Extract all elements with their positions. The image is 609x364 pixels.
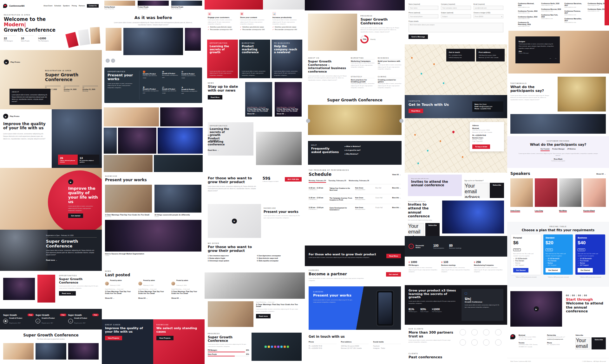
speaker-card[interactable]: Nik White bbox=[559, 178, 582, 213]
faq-item[interactable]: ▸ What is Mobirise? bbox=[345, 145, 398, 147]
ticket-item[interactable]: Super Growth Free ‹› Growth & Product Re… bbox=[68, 314, 99, 325]
offer-item[interactable]: 👁Growth & ProductRecusandae consequuntur… bbox=[162, 71, 180, 84]
post-title[interactable]: 3 Clear Warnings That Say Your Goals Are… bbox=[171, 291, 201, 294]
nav-pricing[interactable]: Pricing bbox=[72, 5, 77, 7]
subscribe-button[interactable]: Subscribe bbox=[425, 223, 440, 236]
read-more-link[interactable]: Read More → bbox=[208, 149, 219, 151]
conference-url[interactable]: www.mobirise.com bbox=[541, 10, 561, 12]
email-input[interactable]: Your email adress bbox=[408, 223, 424, 236]
more-info-link[interactable]: More Info → bbox=[392, 207, 401, 211]
promo-card-marketing[interactable]: MARKETING Product marketing conference L… bbox=[239, 40, 270, 78]
faq-item[interactable]: ▸ Is it good for me? bbox=[345, 149, 398, 151]
play-icon[interactable]: ▶ bbox=[68, 179, 73, 184]
email-line[interactable]: hello@company.com bbox=[449, 57, 472, 59]
show-all-link[interactable]: Show All → bbox=[277, 113, 300, 115]
email-field[interactable]: Email (required)your@email.com bbox=[474, 3, 503, 10]
offer-item[interactable]: ⟳Growth & ProductDoloribus quia distinct… bbox=[181, 71, 199, 84]
conference-item[interactable]: Conference Toronto, 2019www.mobirise.com bbox=[518, 10, 538, 14]
speaker-card[interactable]: Lucy Gray bbox=[535, 178, 557, 213]
news-card[interactable]: Digital Marketing — 6 min read 3 Clear W… bbox=[275, 82, 302, 117]
offer-item[interactable]: 🎁Growth & ProductDoloribus quia distinct… bbox=[143, 71, 160, 84]
work-title[interactable]: 3 Clear Warnings That Say Your Goals Are… bbox=[105, 214, 152, 216]
post-title[interactable]: 3 Clear Warnings That Say Your Goals Are… bbox=[138, 291, 168, 294]
offer-item[interactable]: 🗎Growth & ProductRecusandae consequuntur… bbox=[143, 86, 160, 100]
email-input[interactable]: Your email adress bbox=[464, 183, 488, 198]
work-card[interactable]: 10 things successful people do different… bbox=[154, 185, 201, 217]
conference-item[interactable]: Conference Marseilles, 2017www.mobirise.… bbox=[565, 18, 585, 23]
more-info-link[interactable]: More Info → bbox=[392, 187, 401, 191]
view-projects-button[interactable]: View Projects bbox=[105, 336, 122, 340]
social-link[interactable]: Facebook bbox=[373, 345, 401, 347]
subject-field[interactable]: Subject (optional)Subject bbox=[441, 12, 471, 18]
news-card[interactable]: Digital Marketing — 6 min read 3 Clear W… bbox=[245, 82, 272, 117]
work-card[interactable]: 3 Clear Warnings That Say Your Goals Are… bbox=[105, 185, 152, 217]
nav-speakers[interactable]: Speakers bbox=[63, 5, 70, 7]
show-all-link[interactable]: Show All → bbox=[171, 297, 181, 299]
offer-item[interactable]: ➤Growth & ProductRecusandae consequuntur… bbox=[181, 86, 199, 100]
row-value[interactable]: alex@company.com bbox=[479, 106, 492, 107]
carousel-next-icon[interactable]: › bbox=[111, 59, 115, 63]
conference-url[interactable]: www.mobirise.com bbox=[541, 4, 561, 6]
show-all-link[interactable]: Show All → bbox=[138, 297, 148, 299]
schedule-row[interactable]: 11:00 am – 11:30 am( 30 Minutes ) Taking… bbox=[309, 184, 401, 194]
prev-arrow-icon[interactable]: ← bbox=[550, 57, 552, 59]
subscribe-button[interactable]: Subscribe bbox=[490, 183, 504, 198]
nav-schedule[interactable]: Schedule bbox=[54, 5, 61, 7]
carousel-prev-icon[interactable]: ‹ bbox=[106, 59, 110, 63]
nav-partners[interactable]: Partners bbox=[79, 5, 85, 7]
read-more-button[interactable]: Read More bbox=[409, 109, 423, 113]
play-icon[interactable]: ▶ bbox=[232, 219, 237, 224]
play-promo-icon[interactable]: ▶ bbox=[3, 114, 8, 119]
get-started-button[interactable]: Get Started bbox=[578, 268, 593, 272]
offer-item[interactable]: ‹/›Growth & ProductDoloribus quia distin… bbox=[162, 86, 180, 100]
speaker-card[interactable]: Krysten Black bbox=[583, 178, 606, 213]
send-message-button[interactable]: Send a Message bbox=[409, 35, 428, 39]
ticket-item[interactable]: Super Growth Free 💬 Growth & Product Reg… bbox=[3, 314, 34, 325]
subscribe-button[interactable]: Subscribe bbox=[592, 337, 606, 349]
schedule-tab-monday[interactable]: Monday, February 24 bbox=[309, 180, 326, 183]
read-more-button[interactable]: Read More bbox=[386, 254, 401, 258]
post-card[interactable]: Posted by admin February 4, 2020 Digital… bbox=[105, 280, 135, 300]
show-all-link[interactable]: Show All → bbox=[596, 173, 606, 175]
promo-card-pr[interactable]: PR MANAGERS Help the company reach a new… bbox=[272, 40, 302, 78]
email-input[interactable]: Your email bbox=[575, 337, 590, 349]
view-projects-button[interactable]: View Projects bbox=[156, 336, 174, 340]
conference-item[interactable]: Conference Barcelona, 2017www.mobirise.c… bbox=[565, 3, 585, 8]
conference-url[interactable]: www.mobirise.com bbox=[565, 22, 585, 23]
view-all-link[interactable]: View All → bbox=[392, 174, 401, 176]
read-more-button[interactable]: Read more bbox=[256, 314, 271, 318]
project-details-textarea[interactable]: Project details Brief information about … bbox=[409, 20, 503, 32]
name-field[interactable]: Name (required)Your name bbox=[409, 3, 438, 10]
marketing-card[interactable]: MARKETING Product marketing conference R… bbox=[256, 122, 302, 171]
work-card[interactable]: How to Success through Market Segmentati… bbox=[105, 220, 201, 256]
buy-ticket-button[interactable]: To buy a ticket bbox=[472, 144, 490, 149]
contact-us-button[interactable]: Contact Us bbox=[87, 4, 99, 8]
review-tab[interactable]: Our Founder bbox=[540, 148, 550, 151]
article-title[interactable]: 3 Clear Warnings That Say Your Goals Are… bbox=[256, 303, 302, 307]
play-icon[interactable]: ▶ bbox=[534, 306, 539, 311]
conference-item[interactable]: Conference New York, 2018www.mobirise.co… bbox=[541, 14, 561, 19]
more-info-link[interactable]: More Info → bbox=[392, 197, 401, 201]
company-field[interactable]: Company (required)Your company name bbox=[441, 3, 471, 10]
review-tab[interactable]: JP Mobirise bbox=[567, 148, 576, 151]
play-promo-label[interactable]: Play Promo bbox=[10, 61, 20, 63]
budget-select[interactable]: Choose a budget (USD)From $3000▾ bbox=[474, 12, 503, 18]
carousel-prev-icon[interactable]: ‹ bbox=[306, 119, 310, 123]
footer-email[interactable]: mobirise@company.com bbox=[547, 338, 573, 341]
social-link[interactable]: Instagram · Twitter bbox=[373, 347, 401, 349]
conference-url[interactable]: www.mobirise.com bbox=[518, 12, 538, 14]
show-all-link[interactable]: Show All → bbox=[247, 113, 270, 115]
ticket-item[interactable]: Super Growth Free ✓ Growth & Product Reg… bbox=[36, 314, 66, 325]
get-started-button[interactable]: Get started bbox=[68, 214, 83, 218]
play-promo-icon[interactable]: ▶ bbox=[4, 60, 9, 65]
conference-url[interactable]: www.mobirise.com bbox=[518, 6, 538, 8]
conference-item[interactable]: Conference Florence, 2017www.mobirise.co… bbox=[565, 10, 585, 16]
phone-field[interactable]: Phone (optional)Your actual phone bbox=[409, 12, 438, 18]
get-started-button[interactable]: Get Started bbox=[513, 268, 528, 272]
schedule-tab-tuesday[interactable]: Tuesday, February 25 bbox=[329, 180, 346, 183]
show-all-link[interactable]: Show All → bbox=[105, 297, 115, 299]
conference-item[interactable]: Conference Quebec, 2019www.mobirise.com bbox=[518, 16, 538, 19]
promo-card-opportunities[interactable]: OPPORTUNITIES Learning the secrets of gr… bbox=[207, 40, 238, 78]
conference-url[interactable]: www.mobirise.com bbox=[518, 25, 538, 27]
post-title[interactable]: 3 Clear Warnings That Say Your Goals Are… bbox=[105, 291, 135, 294]
